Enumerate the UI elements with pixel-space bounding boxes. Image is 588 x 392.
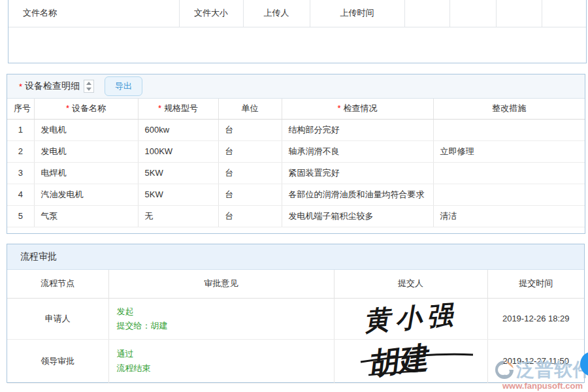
equipment-row[interactable]: 1 发电机 600kw 台 结构部分完好 — [7, 119, 585, 140]
cell-equipment-name: 气泵 — [34, 205, 138, 227]
col-submit-time: 提交时间 — [487, 270, 584, 298]
required-asterisk: * — [337, 103, 340, 113]
cell-corrective-measures — [433, 184, 585, 205]
col-file-name: 文件名称 — [8, 0, 179, 27]
col-equipment-name: *设备名称 — [34, 99, 138, 119]
cell-corrective-measures: 清洁 — [433, 205, 585, 227]
cell-unit: 台 — [218, 162, 282, 184]
approval-section-title: 流程审批 — [20, 251, 57, 263]
col-approval-opinion: 审批意见 — [108, 270, 334, 298]
opinion-line-2: 提交给：胡建 — [117, 319, 327, 333]
cell-index: 5 — [7, 205, 34, 227]
cell-submit-time: 2019-12-26 18:29 — [487, 298, 584, 339]
attachments-panel: 文件名称 文件大小 上传人 上传时间 — [8, 0, 587, 63]
cell-flow-node: 领导审批 — [7, 339, 108, 383]
equipment-inspection-panel: * 设备检查明细 导出 序号 *设备名称 *规格型号 单位 *检查情况 整改措施… — [7, 74, 585, 234]
cell-spec-model: 5KW — [138, 184, 218, 205]
col-flow-node: 流程节点 — [7, 270, 108, 298]
col-unit: 单位 — [218, 99, 282, 119]
cell-signature: 胡建 — [334, 339, 487, 383]
signature-image-hu-jian: 胡建 — [342, 340, 480, 383]
cell-equipment-name: 发电机 — [34, 140, 138, 162]
cell-approval-opinion: 发起 提交给：胡建 — [108, 298, 334, 339]
opinion-line-2: 流程结束 — [117, 361, 327, 376]
cell-inspection-status: 紧固装置完好 — [282, 162, 433, 184]
col-file-size: 文件大小 — [179, 0, 243, 27]
approval-row: 申请人 发起 提交给：胡建 黄小强 2019-12-26 18:29 — [7, 298, 584, 339]
approval-row: 领导审批 通过 流程结束 胡建 2019-12-27 11:50 — [7, 339, 584, 383]
cell-inspection-status: 发电机端子箱积尘较多 — [282, 205, 433, 227]
cell-inspection-status: 轴承润滑不良 — [282, 140, 433, 162]
cell-index: 4 — [7, 184, 34, 205]
cell-index: 1 — [7, 119, 34, 140]
cell-unit: 台 — [218, 205, 282, 227]
equipment-section-header: * 设备检查明细 导出 — [7, 74, 585, 99]
cell-spec-model: 无 — [138, 205, 218, 227]
cell-corrective-measures — [433, 119, 585, 140]
col-corrective-measures: 整改措施 — [433, 99, 585, 119]
col-upload-time: 上传时间 — [310, 0, 404, 27]
approval-header-row: 流程节点 审批意见 提交人 提交时间 — [7, 270, 584, 298]
cell-equipment-name: 电焊机 — [34, 162, 138, 184]
equipment-row[interactable]: 2 发电机 100KW 台 轴承润滑不良 立即修理 — [7, 140, 585, 162]
cell-corrective-measures — [433, 162, 585, 184]
approval-section-header: 流程审批 — [7, 244, 584, 270]
cell-spec-model: 100KW — [138, 140, 218, 162]
approval-table: 流程节点 审批意见 提交人 提交时间 申请人 发起 提交给：胡建 黄小强 201… — [7, 270, 584, 384]
required-asterisk: * — [158, 103, 161, 113]
equipment-row[interactable]: 5 气泵 无 台 发电机端子箱积尘较多 清洁 — [7, 205, 585, 227]
opinion-line-1: 发起 — [117, 304, 327, 319]
equipment-table: 序号 *设备名称 *规格型号 单位 *检查情况 整改措施 1 发电机 600kw… — [7, 99, 585, 227]
equipment-section-title: 设备检查明细 — [25, 80, 80, 92]
attachments-table: 文件名称 文件大小 上传人 上传时间 — [8, 0, 586, 27]
empty-header-cell — [449, 0, 496, 27]
opinion-line-1: 通过 — [117, 347, 327, 361]
col-uploader: 上传人 — [243, 0, 310, 27]
svg-text:黄小强: 黄小强 — [363, 301, 459, 336]
cell-inspection-status: 各部位的润滑油质和油量均符合要求 — [282, 184, 433, 205]
cell-submit-time: 2019-12-27 11:50 — [487, 339, 584, 383]
equipment-header-row: 序号 *设备名称 *规格型号 单位 *检查情况 整改措施 — [7, 99, 585, 119]
cell-equipment-name: 汽油发电机 — [34, 184, 138, 205]
cell-flow-node: 申请人 — [7, 298, 108, 339]
sort-spinner-icon[interactable] — [84, 80, 94, 93]
cell-unit: 台 — [218, 140, 282, 162]
col-spec-model: *规格型号 — [138, 99, 218, 119]
empty-header-cell — [542, 0, 586, 27]
cell-unit: 台 — [218, 119, 282, 140]
cell-index: 2 — [7, 140, 34, 162]
cell-signature: 黄小强 — [334, 298, 487, 339]
signature-image-huang-xiaoqiang: 黄小强 — [342, 301, 480, 337]
col-submitter: 提交人 — [334, 270, 487, 298]
cell-inspection-status: 结构部分完好 — [282, 119, 433, 140]
cell-unit: 台 — [218, 184, 282, 205]
required-asterisk: * — [19, 82, 22, 91]
cell-index: 3 — [7, 162, 34, 184]
attachments-header-row: 文件名称 文件大小 上传人 上传时间 — [8, 0, 586, 27]
required-asterisk: * — [66, 103, 69, 113]
empty-header-cell — [496, 0, 542, 27]
equipment-row[interactable]: 4 汽油发电机 5KW 台 各部位的润滑油质和油量均符合要求 — [7, 184, 585, 205]
empty-header-cell — [404, 0, 449, 27]
cell-spec-model: 5KW — [138, 162, 218, 184]
cell-corrective-measures: 立即修理 — [433, 140, 585, 162]
cell-spec-model: 600kw — [138, 119, 218, 140]
export-button[interactable]: 导出 — [105, 76, 142, 96]
col-index: 序号 — [7, 99, 34, 119]
col-inspection-status: *检查情况 — [282, 99, 433, 119]
equipment-table-footer-strip — [7, 227, 585, 233]
cell-approval-opinion: 通过 流程结束 — [108, 339, 334, 383]
approval-flow-panel: 流程审批 流程节点 审批意见 提交人 提交时间 申请人 发起 提交给：胡建 黄小… — [7, 244, 585, 383]
cell-equipment-name: 发电机 — [34, 119, 138, 140]
equipment-row[interactable]: 3 电焊机 5KW 台 紧固装置完好 — [7, 162, 585, 184]
